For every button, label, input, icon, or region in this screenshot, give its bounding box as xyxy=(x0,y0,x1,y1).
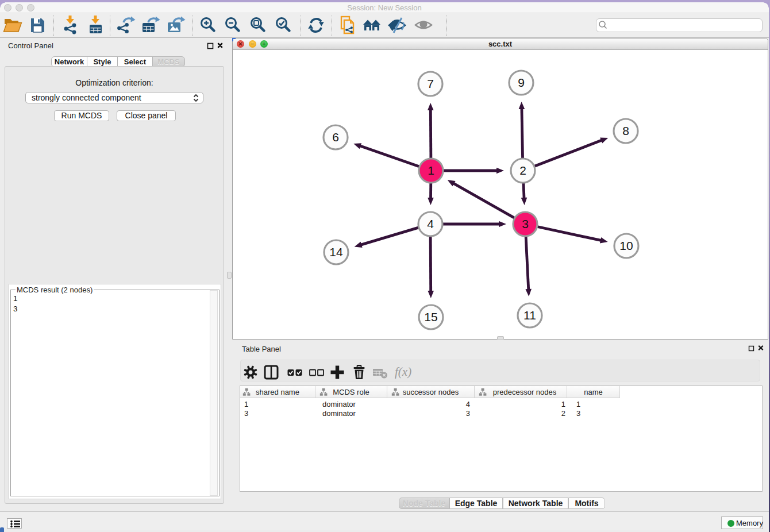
svg-text:7: 7 xyxy=(427,77,434,90)
svg-text:9: 9 xyxy=(518,76,525,89)
svg-text:1: 1 xyxy=(428,164,434,177)
svg-text:11: 11 xyxy=(523,309,536,322)
svg-text:10: 10 xyxy=(619,239,633,252)
svg-text:4: 4 xyxy=(427,217,434,230)
svg-text:14: 14 xyxy=(329,245,343,259)
svg-text:3: 3 xyxy=(522,217,529,230)
svg-text:2: 2 xyxy=(519,164,526,177)
svg-text:6: 6 xyxy=(332,130,339,144)
svg-text:15: 15 xyxy=(424,310,437,323)
svg-text:8: 8 xyxy=(622,124,629,137)
